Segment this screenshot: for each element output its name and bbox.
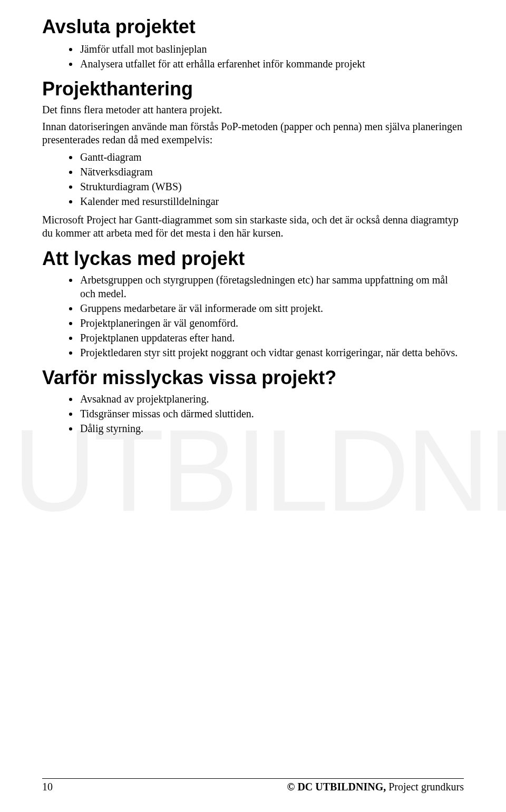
page-number: 10 [42,781,53,793]
list-item: Strukturdiagram (WBS) [79,180,464,193]
list-item: Gruppens medarbetare är väl informerade … [79,301,464,315]
watermark-text: DC UTBILDNING [0,426,506,516]
list-item: Dålig styrning. [79,422,464,435]
list-item: Avsaknad av projektplanering. [79,392,464,406]
list-misslyckas: Avsaknad av projektplanering. Tidsgränse… [42,392,464,435]
page-content: Avsluta projektet Jämför utfall mot basl… [42,16,464,435]
list-avsluta: Jämför utfall mot baslinjeplan Analysera… [42,42,464,71]
paragraph: Det finns flera metoder att hantera proj… [42,103,464,117]
list-item: Gantt-diagram [79,150,464,164]
list-item: Tidsgränser missas och därmed sluttiden. [79,407,464,420]
list-lyckas: Arbetsgruppen och styrgruppen (företagsl… [42,273,464,359]
heading-lyckas: Att lyckas med projekt [42,248,464,270]
list-projekthantering: Gantt-diagram Nätverksdiagram Strukturdi… [42,150,464,208]
list-item: Projektplanen uppdateras efter hand. [79,331,464,345]
list-item: Nätverksdiagram [79,165,464,179]
footer-copyright: © DC UTBILDNING, Project grundkurs [287,781,464,793]
paragraph: Microsoft Project har Gantt-diagrammet s… [42,213,464,240]
page-footer: 10 © DC UTBILDNING, Project grundkurs [42,778,464,793]
list-item: Projektplaneringen är väl genomförd. [79,316,464,330]
heading-projekthantering: Projekthantering [42,78,464,100]
list-item: Projektledaren styr sitt projekt noggran… [79,346,464,359]
paragraph: Innan datoriseringen använde man förstås… [42,120,464,147]
footer-copyright-bold: © DC UTBILDNING, [287,781,386,793]
footer-copyright-rest: Project grundkurs [386,781,464,793]
list-item: Analysera utfallet för att erhålla erfar… [79,57,464,71]
list-item: Jämför utfall mot baslinjeplan [79,42,464,56]
heading-avsluta: Avsluta projektet [42,16,464,38]
heading-misslyckas: Varför misslyckas vissa projekt? [42,367,464,389]
document-page: DC UTBILDNING Avsluta projektet Jämför u… [0,0,506,812]
list-item: Kalender med resurstilldelningar [79,194,464,208]
list-item: Arbetsgruppen och styrgruppen (företagsl… [79,273,464,300]
